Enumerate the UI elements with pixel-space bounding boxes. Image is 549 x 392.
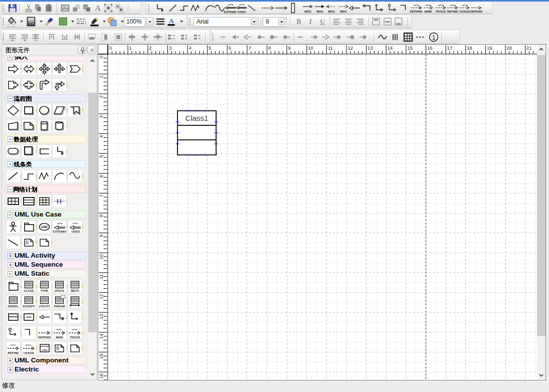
- svg-text:«=»: «=»: [228, 3, 233, 6]
- svg-text:U: U: [320, 18, 325, 25]
- svg-text:-«=»: -«=»: [437, 4, 444, 7]
- svg-text:1: 1: [98, 76, 104, 78]
- svg-text:1: 1: [129, 45, 132, 51]
- svg-text:15: 15: [407, 45, 413, 51]
- svg-text:6: 6: [229, 45, 231, 51]
- svg-text:8: 8: [98, 215, 104, 217]
- svg-text:11: 11: [98, 274, 104, 279]
- svg-text:META: META: [71, 289, 79, 292]
- svg-text:14: 14: [388, 45, 393, 51]
- svg-text:13: 13: [98, 314, 104, 319]
- svg-text:USAGE: USAGE: [24, 351, 34, 354]
- svg-text:9: 9: [288, 45, 291, 51]
- svg-text:TYPE: TYPE: [41, 289, 49, 292]
- svg-text:7: 7: [248, 45, 251, 51]
- svg-text:-«=»: -«=»: [425, 4, 432, 7]
- svg-text:13: 13: [368, 45, 373, 51]
- svg-text:MSG: MSG: [328, 10, 335, 13]
- svg-text:REFINE: REFINE: [8, 351, 19, 354]
- svg-text:CLASS: CLASS: [24, 289, 34, 292]
- svg-text:{}: {}: [56, 346, 59, 350]
- svg-text:2: 2: [149, 45, 151, 51]
- svg-text:«=»: «=»: [73, 222, 78, 225]
- svg-text:TRACE: TRACE: [70, 336, 80, 339]
- svg-text:21: 21: [526, 45, 532, 51]
- svg-text:USAGE: USAGE: [459, 10, 469, 13]
- svg-text:-«=»: -«=»: [449, 4, 456, 7]
- svg-text:10: 10: [98, 254, 104, 260]
- svg-text:0: 0: [98, 56, 104, 58]
- svg-text:USES: USES: [237, 11, 245, 14]
- svg-text:-«=»: -«=»: [461, 4, 468, 7]
- svg-text:USES: USES: [72, 230, 80, 233]
- svg-text:15: 15: [98, 353, 104, 359]
- svg-text:EXCEPT: EXCEPT: [23, 305, 35, 308]
- svg-text:BIND: BIND: [425, 10, 432, 13]
- svg-text:B: B: [296, 18, 301, 26]
- svg-text:10: 10: [308, 45, 313, 51]
- svg-text:REFINE: REFINE: [447, 10, 458, 13]
- svg-text:-«=»: -«=»: [71, 328, 78, 331]
- svg-text:19: 19: [487, 45, 492, 51]
- svg-text:7: 7: [98, 194, 104, 197]
- svg-text:-«=»: -«=»: [413, 4, 419, 7]
- svg-text:MSG: MSG: [304, 10, 311, 13]
- svg-text:5: 5: [209, 45, 211, 51]
- svg-text:-«=»: -«=»: [56, 328, 62, 331]
- svg-text:20: 20: [507, 45, 512, 51]
- svg-text:A: A: [95, 4, 101, 13]
- svg-text:16: 16: [98, 373, 104, 379]
- svg-text:DEPEND: DEPEND: [410, 10, 423, 13]
- svg-text:SIGNAL: SIGNAL: [8, 305, 19, 308]
- svg-text:«=»: «=»: [239, 3, 244, 6]
- svg-text:4: 4: [189, 45, 192, 51]
- svg-text:DEPEND: DEPEND: [470, 10, 482, 13]
- svg-text:16: 16: [427, 45, 433, 51]
- svg-text:5: 5: [98, 155, 104, 157]
- svg-text:PARAM: PARAM: [54, 305, 65, 308]
- svg-text:MSG: MSG: [340, 10, 347, 13]
- svg-text:2: 2: [98, 95, 104, 98]
- svg-text:-«=»: -«=»: [25, 343, 32, 346]
- svg-text:6: 6: [98, 175, 104, 177]
- svg-text:A: A: [169, 17, 174, 25]
- svg-text:0: 0: [109, 45, 112, 51]
- svg-text:USE: USE: [41, 225, 48, 229]
- svg-text:«=»: «=»: [57, 222, 63, 225]
- svg-text:EXTENDS: EXTENDS: [53, 230, 66, 233]
- svg-text:Class1: Class1: [186, 114, 209, 122]
- svg-text:14: 14: [98, 334, 104, 339]
- svg-text:8: 8: [268, 45, 271, 51]
- svg-text:12: 12: [98, 294, 104, 300]
- svg-text:TRACE: TRACE: [435, 10, 446, 13]
- svg-text:4: 4: [98, 135, 104, 138]
- svg-text:18: 18: [467, 45, 472, 51]
- svg-text:3: 3: [98, 115, 104, 118]
- svg-text:-«=»: -«=»: [10, 343, 16, 346]
- svg-text:I/FACE: I/FACE: [55, 289, 64, 292]
- svg-text:3: 3: [169, 45, 171, 51]
- svg-text:I: I: [308, 18, 312, 26]
- svg-text:17: 17: [447, 45, 453, 51]
- svg-text:{}: {}: [26, 240, 29, 244]
- svg-text:DEPEND: DEPEND: [38, 336, 51, 339]
- svg-text:UTILITY: UTILITY: [39, 305, 50, 308]
- svg-text:1: 1: [432, 34, 436, 41]
- svg-text:9: 9: [98, 235, 104, 237]
- svg-text:BIND: BIND: [56, 336, 63, 339]
- svg-text:12: 12: [348, 45, 353, 51]
- svg-text:11: 11: [328, 45, 333, 51]
- svg-text:«⊙»: «⊙»: [42, 348, 48, 351]
- svg-text:MSG: MSG: [316, 10, 323, 13]
